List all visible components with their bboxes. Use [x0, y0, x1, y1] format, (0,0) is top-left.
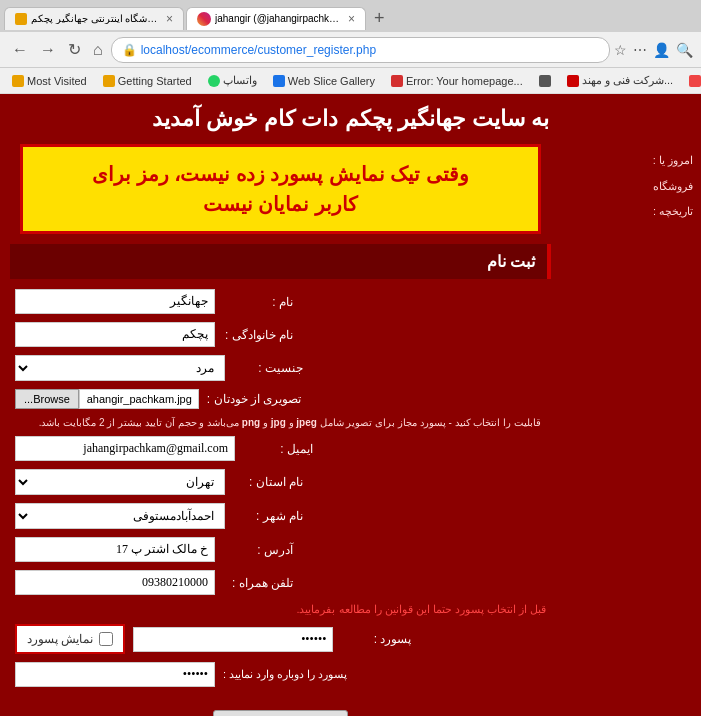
bookmark-company[interactable]: شرکت فنی و مهند... — [563, 73, 677, 88]
bookmark-company-label: شرکت فنی و مهند... — [582, 74, 673, 87]
bookmark-most-visited-label: Most Visited — [27, 75, 87, 87]
show-password-checkbox[interactable] — [99, 632, 113, 646]
refresh-button[interactable]: ↻ — [64, 38, 85, 61]
password-row: پسورد : نمایش پسورد — [15, 624, 546, 654]
sidebar-shop: فروشگاه — [569, 178, 693, 196]
address-text: localhost/ecommerce/customer_register.ph… — [141, 43, 376, 57]
phone-row: تلفن همراه : — [15, 570, 546, 595]
search-icon[interactable]: 🔍 — [676, 42, 693, 58]
city-row: نام شهر : احمدآبادمستوفی — [15, 503, 546, 529]
file-hint: قابلیت را انتخاب کنید - پسورد مجاز برای … — [15, 417, 546, 428]
bookmark-most-visited-icon — [12, 75, 24, 87]
gender-select[interactable]: مرد زن — [15, 355, 225, 381]
bookmarks-bar: Most Visited Getting Started واتساپ Web … — [0, 68, 701, 94]
page: به سایت جهانگیر پچکم دات کام خوش آمدید ا… — [0, 94, 701, 716]
bookmark-globe-icon — [539, 75, 551, 87]
nav-icons: ☆ ⋯ 👤 🔍 — [614, 42, 693, 58]
sidebar-history: تاریخچه : — [569, 203, 693, 221]
tab-insta[interactable]: jahangir (@jahangirpachkam) • In... × — [186, 7, 366, 30]
bookmark-whatsapp[interactable]: واتساپ — [204, 73, 261, 88]
show-password-label[interactable]: نمایش پسورد — [27, 632, 93, 646]
password-confirm-label: پسورد را دوباره وارد نمایید : — [223, 668, 347, 681]
browser-chrome: فروشگاه اینترنتی جهانگیر پچکم × jahangir… — [0, 0, 701, 94]
warning-box: وقتی تیک نمایش پسورد زده نیست، رمز برای … — [20, 144, 541, 234]
email-input[interactable] — [15, 436, 235, 461]
form-container: نام : نام خانوادگی : جنسیت : مرد زن — [10, 289, 551, 716]
tab-insta-icon — [197, 12, 211, 26]
province-label: نام استان : — [233, 475, 303, 489]
main-content: وقتی تیک نمایش پسورد زده نیست، رمز برای … — [0, 144, 561, 716]
city-select[interactable]: احمدآبادمستوفی — [15, 503, 225, 529]
sidebar-today-label: امروز یا : — [653, 154, 693, 166]
user-icon[interactable]: 👤 — [653, 42, 670, 58]
phone-input[interactable] — [15, 570, 215, 595]
bookmark-company-icon — [567, 75, 579, 87]
form-title: ثبت نام — [10, 244, 551, 279]
menu-icon[interactable]: ⋯ — [633, 42, 647, 58]
file-input-group: Browse... — [15, 389, 199, 409]
bookmark-most-visited[interactable]: Most Visited — [8, 74, 91, 88]
bookmark-cpanel-icon — [689, 75, 701, 87]
family-input[interactable] — [15, 322, 215, 347]
gender-label: جنسیت : — [233, 361, 303, 375]
family-label: نام خانوادگی : — [223, 328, 293, 342]
bookmark-error-icon — [391, 75, 403, 87]
bookmark-globe[interactable] — [535, 74, 555, 88]
submit-button[interactable]: ایجاد نام کاربری — [213, 710, 349, 716]
family-row: نام خانوادگی : — [15, 322, 546, 347]
bookmark-star-icon[interactable]: ☆ — [614, 42, 627, 58]
bookmark-getting-started-label: Getting Started — [118, 75, 192, 87]
nav-bar: ← → ↻ ⌂ 🔒 localhost/ecommerce/customer_r… — [0, 32, 701, 68]
sidebar-today: امروز یا : — [569, 152, 693, 170]
photo-row: تصویری از خودتان : Browse... — [15, 389, 546, 409]
bookmark-error[interactable]: Error: Your homepage... — [387, 74, 527, 88]
home-button[interactable]: ⌂ — [89, 39, 107, 61]
page-header: به سایت جهانگیر پچکم دات کام خوش آمدید — [0, 94, 701, 144]
warning-line1: وقتی تیک نمایش پسورد زده نیست، رمز برای — [92, 163, 469, 185]
tab-insta-close[interactable]: × — [348, 12, 355, 26]
warning-line2: کاربر نمایان نیست — [203, 193, 358, 215]
page-title: به سایت جهانگیر پچکم دات کام خوش آمدید — [12, 106, 689, 132]
bookmark-whatsapp-icon — [208, 75, 220, 87]
address-label: آدرس : — [223, 543, 293, 557]
content-area: امروز یا : فروشگاه تاریخچه : وقتی تیک نم… — [0, 144, 701, 716]
bookmark-web-label: Web Slice Gallery — [288, 75, 375, 87]
bookmark-getting-started-icon — [103, 75, 115, 87]
submit-row: ایجاد نام کاربری — [15, 695, 546, 716]
show-password-box: نمایش پسورد — [15, 624, 125, 654]
photo-label: تصویری از خودتان : — [207, 392, 301, 406]
password-confirm-row: پسورد را دوباره وارد نمایید : — [15, 662, 546, 687]
forward-button[interactable]: → — [36, 39, 60, 61]
name-label: نام : — [223, 295, 293, 309]
file-name-display[interactable] — [79, 389, 199, 409]
tab-bar: فروشگاه اینترنتی جهانگیر پچکم × jahangir… — [0, 0, 701, 32]
email-row: ایمیل : — [15, 436, 546, 461]
password-confirm-input[interactable] — [15, 662, 215, 687]
tab-shop[interactable]: فروشگاه اینترنتی جهانگیر پچکم × — [4, 7, 184, 30]
bookmark-web-slice[interactable]: Web Slice Gallery — [269, 74, 379, 88]
tab-shop-close[interactable]: × — [166, 12, 173, 26]
name-row: نام : — [15, 289, 546, 314]
city-label: نام شهر : — [233, 509, 303, 523]
back-button[interactable]: ← — [8, 39, 32, 61]
password-input[interactable] — [133, 627, 333, 652]
sidebar-history-label: تاریخچه : — [653, 205, 693, 217]
address-bar[interactable]: 🔒 localhost/ecommerce/customer_register.… — [111, 37, 610, 63]
new-tab-button[interactable]: + — [368, 8, 391, 29]
province-row: نام استان : تهران — [15, 469, 546, 495]
name-input[interactable] — [15, 289, 215, 314]
password-label: پسورد : — [341, 632, 411, 646]
bookmark-web-icon — [273, 75, 285, 87]
tab-shop-label: فروشگاه اینترنتی جهانگیر پچکم — [31, 13, 160, 24]
notice-text: قبل از انتخاب پسورد حتما این قوانین را م… — [15, 603, 546, 616]
sidebar: امروز یا : فروشگاه تاریخچه : — [561, 144, 701, 716]
warning-text: وقتی تیک نمایش پسورد زده نیست، رمز برای … — [39, 159, 522, 219]
address-input[interactable] — [15, 537, 215, 562]
gender-row: جنسیت : مرد زن — [15, 355, 546, 381]
province-select[interactable]: تهران — [15, 469, 225, 495]
bookmark-getting-started[interactable]: Getting Started — [99, 74, 196, 88]
tab-shop-icon — [15, 13, 27, 25]
bookmark-cpanel[interactable] — [685, 74, 701, 88]
phone-label: تلفن همراه : — [223, 576, 293, 590]
browse-button[interactable]: Browse... — [15, 389, 79, 409]
